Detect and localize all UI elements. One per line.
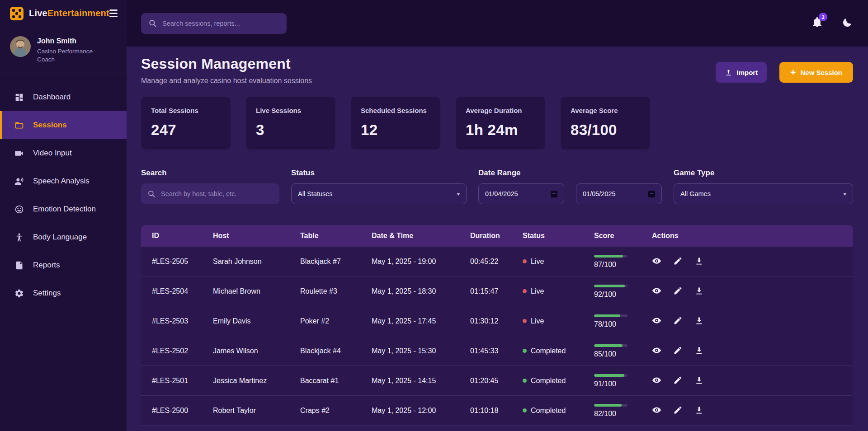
filter-date-range-group: Date Range 01/04/2025 01/05/2025 (478, 169, 662, 204)
view-button[interactable] (652, 346, 661, 356)
score-bar-fill (594, 285, 625, 287)
view-button[interactable] (652, 316, 661, 327)
sidebar-item-settings[interactable]: Settings (0, 279, 127, 307)
plus-icon: + (790, 67, 796, 77)
sidebar-item-speech-analysis[interactable]: Speech Analysis (0, 167, 127, 195)
status-dot (523, 349, 527, 353)
session-id: #LES-2501 (152, 377, 213, 385)
download-icon (694, 346, 704, 355)
session-duration: 01:45:33 (470, 347, 523, 355)
edit-button[interactable] (673, 346, 683, 356)
view-button[interactable] (652, 256, 661, 267)
session-datetime: May 1, 2025 - 12:00 (372, 407, 470, 415)
sidebar-item-label: Settings (33, 289, 61, 298)
column-header-datetime: Date & Time (372, 232, 470, 240)
score-bar-fill (594, 374, 624, 377)
sidebar-item-sessions[interactable]: Sessions (0, 111, 127, 139)
actions-cell (652, 256, 853, 267)
score-bar-fill (594, 314, 620, 317)
score-bar-track (594, 404, 627, 407)
status-cell: Completed (523, 347, 594, 355)
download-button[interactable] (694, 375, 704, 386)
status-label: Live (531, 258, 544, 266)
score-bar-track (594, 344, 627, 347)
eye-icon (652, 316, 661, 325)
report-document-icon (14, 261, 24, 270)
sidebar-item-dashboard[interactable]: Dashboard (0, 83, 127, 111)
edit-button[interactable] (673, 405, 683, 416)
edit-button[interactable] (673, 256, 683, 267)
date-from-input[interactable]: 01/04/2025 (478, 183, 564, 204)
search-filter-input[interactable] (161, 190, 273, 197)
status-label: Live (531, 287, 544, 295)
table-row[interactable]: #LES-2505 Sarah Johnson Blackjack #7 May… (141, 247, 853, 276)
status-cell: Live (523, 317, 594, 325)
hamburger-menu-icon[interactable] (109, 8, 118, 19)
moon-icon (842, 17, 853, 28)
status-filter-label: Status (291, 169, 467, 178)
view-button[interactable] (652, 286, 661, 297)
dark-mode-toggle[interactable] (842, 17, 853, 30)
session-host: Robert Taylor (213, 407, 300, 415)
game-type-label: Game Type (674, 169, 853, 178)
filter-status-group: Status All Statuses ▾ (291, 169, 467, 204)
pencil-icon (673, 346, 683, 355)
sidebar-item-emotion-detection[interactable]: Emotion Detection (0, 195, 127, 223)
search-icon (148, 19, 157, 28)
view-button[interactable] (652, 375, 661, 386)
sidebar-item-reports[interactable]: Reports (0, 251, 127, 279)
score-cell: 91/100 (594, 374, 652, 388)
table-row[interactable]: #LES-2502 James Wilson Blackjack #4 May … (141, 336, 853, 366)
eye-icon (652, 346, 661, 355)
table-row[interactable]: #LES-2501 Jessica Martinez Baccarat #1 M… (141, 366, 853, 396)
video-camera-icon (14, 149, 24, 158)
pencil-icon (673, 286, 683, 295)
user-name: John Smith (37, 36, 105, 46)
status-dot (523, 408, 527, 412)
import-button[interactable]: Import (716, 62, 767, 83)
column-header-score: Score (594, 232, 652, 240)
global-search[interactable] (141, 13, 287, 34)
emotion-face-icon (14, 205, 24, 214)
table-row[interactable]: #LES-2504 Michael Brown Roulette #3 May … (141, 276, 853, 306)
avatar (10, 36, 31, 57)
download-button[interactable] (694, 316, 704, 327)
stat-label: Average Duration (466, 107, 535, 114)
view-button[interactable] (652, 405, 661, 416)
dice-logo-icon (10, 7, 24, 20)
stat-card-scheduled-sessions: Scheduled Sessions 12 (351, 97, 440, 150)
download-icon (694, 405, 704, 415)
edit-button[interactable] (673, 316, 683, 327)
date-to-input[interactable]: 01/05/2025 (576, 183, 662, 204)
download-button[interactable] (694, 346, 704, 356)
search-filter[interactable] (141, 183, 279, 204)
new-session-button[interactable]: + New Session (779, 62, 853, 83)
table-row[interactable]: #LES-2500 Robert Taylor Craps #2 May 1, … (141, 396, 853, 426)
notification-badge: 3 (819, 13, 827, 21)
global-search-input[interactable] (162, 20, 279, 27)
sidebar-item-video-input[interactable]: Video Input (0, 139, 127, 167)
date-to-value: 01/05/2025 (583, 190, 616, 197)
edit-button[interactable] (673, 375, 683, 386)
game-type-select[interactable]: All Games ▾ (674, 183, 853, 204)
edit-button[interactable] (673, 286, 683, 297)
download-button[interactable] (694, 256, 704, 267)
session-host: Sarah Johnson (213, 258, 300, 266)
session-id: #LES-2500 (152, 407, 213, 415)
sidebar-item-label: Dashboard (33, 93, 71, 102)
download-button[interactable] (694, 286, 704, 297)
session-datetime: May 1, 2025 - 19:00 (372, 258, 470, 266)
notifications-button[interactable]: 3 (811, 17, 823, 30)
status-select[interactable]: All Statuses ▾ (291, 183, 467, 204)
gear-icon (14, 289, 24, 298)
date-from-value: 01/04/2025 (485, 190, 518, 197)
session-table: Blackjack #7 (300, 258, 372, 266)
table-row[interactable]: #LES-2503 Emily Davis Poker #2 May 1, 20… (141, 306, 853, 336)
score-bar-fill (594, 255, 623, 258)
download-button[interactable] (694, 405, 704, 416)
search-filter-label: Search (141, 169, 279, 178)
eye-icon (652, 405, 661, 415)
status-dot (523, 379, 527, 383)
sidebar-item-body-language[interactable]: Body Language (0, 223, 127, 251)
session-host: Jessica Martinez (213, 377, 300, 385)
